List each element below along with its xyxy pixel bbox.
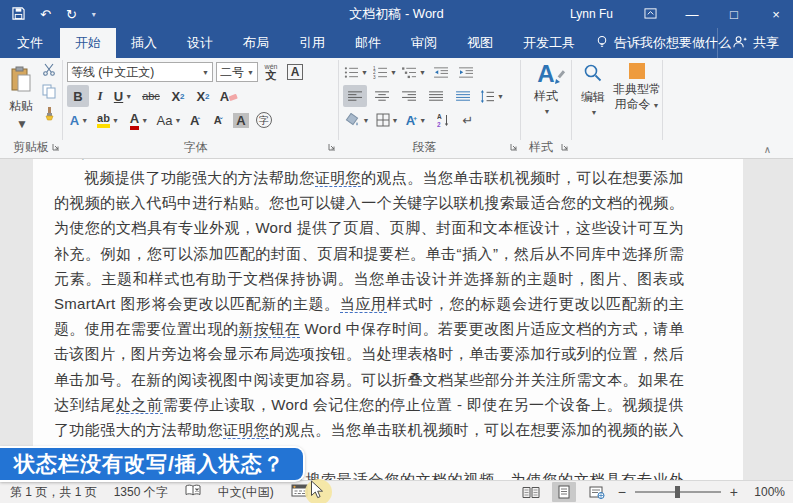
share-button[interactable]: 共享 [717, 28, 793, 58]
paragraph-dialog-launcher-icon[interactable] [510, 140, 518, 154]
lightbulb-icon [596, 35, 608, 52]
zoom-slider-handle[interactable] [675, 486, 680, 498]
tab-视图[interactable]: 视图 [452, 28, 508, 58]
customize-qat-icon[interactable]: ▾ [92, 10, 96, 19]
align-center-button[interactable] [370, 85, 394, 107]
paste-label: 粘贴 [9, 98, 33, 115]
signed-in-user[interactable]: Lynn Fu [570, 7, 613, 21]
shading-button[interactable]: ▼ [343, 109, 371, 131]
collapse-ribbon-icon[interactable]: ∧ [764, 144, 771, 155]
title-bar-controls: Lynn Fu — □ × [570, 7, 787, 22]
align-right-button[interactable] [397, 85, 421, 107]
paste-caret-icon: ▼ [16, 117, 28, 131]
character-shading-button[interactable]: A [231, 109, 251, 131]
close-button[interactable]: × [765, 7, 787, 22]
numbering-button[interactable]: 123▼ [372, 61, 398, 83]
word-count[interactable]: 1350 个字 [114, 484, 168, 501]
misspelled-text: 新按钮在 [239, 320, 301, 338]
borders-button[interactable]: ▼ [374, 109, 400, 131]
clipboard-dialog-launcher-icon[interactable] [52, 140, 60, 154]
tab-file[interactable]: 文件 [0, 28, 60, 58]
text-highlight-button[interactable]: ab▼ [94, 109, 122, 131]
styles-dialog-launcher-icon[interactable] [561, 140, 569, 154]
document-text[interactable]: 视频提供了功能强大的方法帮助您证明您的观点。当您单击联机视频时，可以在想要添加的… [54, 165, 684, 480]
group-clipboard: 粘贴 ▼ 剪贴板 [0, 58, 62, 158]
person-icon [732, 35, 747, 52]
zoom-slider[interactable] [635, 491, 721, 493]
justify-button[interactable] [424, 85, 448, 107]
group-paragraph: ▼ 123▼ ▼ ▼ ▼ ▼ A⁺▼ A2 ↵ 段落 [339, 58, 520, 158]
ribbon-display-options-icon[interactable] [639, 7, 661, 22]
redo-icon[interactable]: ↻ [66, 8, 77, 21]
line-spacing-button[interactable]: ▼ [478, 85, 506, 107]
tab-审阅[interactable]: 审阅 [396, 28, 452, 58]
enclose-characters-button[interactable]: 字 [254, 109, 274, 131]
tab-设计[interactable]: 设计 [172, 28, 228, 58]
misspelled-text: 处之前 [116, 396, 163, 414]
superscript-button[interactable]: X2 [192, 85, 214, 107]
svg-text:2: 2 [437, 121, 441, 128]
decrease-indent-button[interactable] [430, 61, 452, 83]
language-indicator[interactable]: 中文(中国) [218, 484, 274, 501]
zoom-level[interactable]: 100% [747, 485, 785, 499]
tab-邮件[interactable]: 邮件 [340, 28, 396, 58]
proofing-status-icon[interactable] [185, 484, 201, 500]
document-area[interactable]: ↵ 视频提供了功能强大的方法帮助您证明您的观点。当您单击联机视频时，可以在想要添… [0, 159, 793, 480]
italic-button[interactable]: I [92, 85, 108, 107]
group-font: 等线 (中文正文)▼ 二号▼ wén文 A B I U▼ abc X2 X2 A… [63, 58, 338, 158]
phonetic-guide-button[interactable]: wén文 [261, 61, 281, 83]
paste-button[interactable]: 粘贴 ▼ [3, 62, 39, 132]
web-layout-button[interactable] [585, 482, 609, 502]
tab-strip: 开始插入设计布局引用邮件审阅视图开发工具 [60, 28, 590, 58]
subscript-button[interactable]: X2 [167, 85, 189, 107]
bullets-button[interactable]: ▼ [343, 61, 369, 83]
clipped-line-remnant: ↵ [80, 159, 90, 164]
font-color-button[interactable]: A▼ [125, 109, 153, 131]
clear-formatting-button[interactable]: A [217, 85, 241, 107]
font-size-combo[interactable]: 二号▼ [216, 62, 258, 82]
font-name-combo[interactable]: 等线 (中文正文)▼ [67, 62, 213, 82]
editing-button[interactable]: 编辑 ▼ [574, 58, 612, 116]
copy-button[interactable] [42, 84, 57, 102]
text-effects-button[interactable]: A▼ [67, 109, 91, 131]
strikethrough-button[interactable]: abc [138, 85, 164, 107]
tab-布局[interactable]: 布局 [228, 28, 284, 58]
save-icon[interactable] [12, 7, 25, 22]
show-marks-button[interactable]: ↵ [457, 109, 479, 131]
sort-button[interactable]: A2 [432, 109, 454, 131]
multilevel-list-button[interactable]: ▼ [401, 61, 427, 83]
tab-引用[interactable]: 引用 [284, 28, 340, 58]
change-case-button[interactable]: Aa▼ [156, 109, 182, 131]
read-mode-button[interactable] [519, 482, 543, 502]
shrink-font-button[interactable]: Aˇ [208, 109, 228, 131]
zoom-out-button[interactable]: − [618, 484, 626, 500]
zoom-in-button[interactable]: + [730, 484, 738, 500]
magnifier-icon [583, 63, 603, 86]
tell-me-box[interactable]: 告诉我你想要做什么 [596, 28, 731, 58]
tab-插入[interactable]: 插入 [116, 28, 172, 58]
custom-commands-button[interactable]: 非典型常用命令▼ [612, 58, 662, 112]
align-left-button[interactable] [343, 85, 367, 107]
print-layout-button[interactable] [552, 482, 576, 502]
maximize-button[interactable]: □ [723, 7, 745, 22]
distribute-button[interactable] [451, 85, 475, 107]
asian-layout-button[interactable]: A⁺▼ [403, 109, 429, 131]
font-dialog-launcher-icon[interactable] [328, 140, 336, 154]
quick-access-toolbar: ↶ ↻ ▾ [12, 7, 96, 22]
minimize-button[interactable]: — [681, 7, 703, 22]
character-border-button[interactable]: A [284, 61, 306, 83]
annotation-callout: 状态栏没有改写/插入状态？ [0, 446, 305, 482]
font-group-label: 字体 [63, 139, 328, 156]
cut-button[interactable] [42, 63, 57, 79]
grow-font-button[interactable]: Aˆ [185, 109, 205, 131]
undo-icon[interactable]: ↶ [40, 8, 51, 21]
bold-button[interactable]: B [67, 85, 89, 107]
styles-button[interactable]: A 样式 ▼ [521, 58, 571, 115]
increase-indent-button[interactable] [455, 61, 477, 83]
format-painter-button[interactable] [42, 107, 57, 124]
tell-me-label: 告诉我你想要做什么 [614, 34, 731, 52]
tab-开发工具[interactable]: 开发工具 [508, 28, 590, 58]
tab-开始[interactable]: 开始 [60, 28, 116, 58]
underline-button[interactable]: U▼ [111, 85, 135, 107]
page-indicator[interactable]: 第 1 页，共 1 页 [10, 484, 97, 501]
